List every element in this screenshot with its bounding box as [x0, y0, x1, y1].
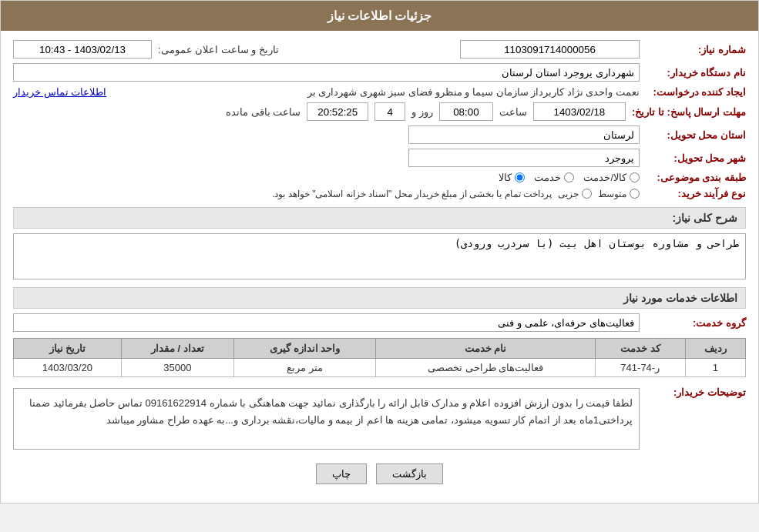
service-group-row: گروه خدمت: — [13, 313, 746, 332]
back-button[interactable]: بازگشت — [376, 463, 443, 484]
purchase-motavaset-option[interactable]: متوسط — [598, 189, 640, 199]
creator-label: ایجاد کننده درخواست: — [646, 86, 746, 98]
category-label: طبقه بندی موضوعی: — [646, 172, 746, 183]
table-header-row: ردیف کد خدمت نام خدمت واحد اندازه گیری ت… — [14, 339, 746, 359]
need-desc-textarea[interactable]: طراحی و مشاوره بوستان اهل بیت (با سردرب … — [13, 233, 746, 279]
deadline-row: مهلت ارسال پاسخ: تا تاریخ: ساعت روز و سا… — [13, 102, 746, 121]
cell-unit: متر مربع — [233, 359, 375, 377]
col-service-code: کد خدمت — [595, 339, 685, 359]
buyer-org-label: نام دستگاه خریدار: — [646, 67, 746, 79]
category-kala-only-radio[interactable] — [515, 172, 525, 182]
category-kala-only-label: کالا — [499, 172, 512, 183]
city-row: شهر محل تحویل: — [13, 149, 746, 167]
deadline-remain-input[interactable] — [307, 102, 368, 121]
province-input[interactable] — [408, 125, 640, 144]
category-kala-only-option[interactable]: کالا — [499, 172, 525, 183]
buyer-notes-box: لطفا قیمت را بدون ارزش افزوده اعلام و مد… — [13, 388, 640, 450]
creator-row: ایجاد کننده درخواست: نعمت واحدی نژاد کار… — [13, 86, 746, 98]
announce-date-label: تاریخ و ساعت اعلان عمومی: — [158, 44, 279, 55]
page-title: جزئیات اطلاعات نیاز — [327, 9, 432, 22]
col-unit: واحد اندازه گیری — [233, 339, 375, 359]
main-content: شماره نیاز: تاریخ و ساعت اعلان عمومی: نا… — [1, 31, 758, 503]
buyer-org-row: نام دستگاه خریدار: — [13, 63, 746, 82]
action-buttons: بازگشت چاپ — [13, 463, 746, 484]
purchase-jozee-radio[interactable] — [582, 189, 592, 199]
need-number-label: شماره نیاز: — [646, 44, 746, 55]
category-row: طبقه بندی موضوعی: کالا/خدمت خدمت کالا — [13, 172, 746, 183]
services-table: ردیف کد خدمت نام خدمت واحد اندازه گیری ت… — [13, 338, 746, 377]
purchase-type-row: نوع فرآیند خرید: متوسط جزیی پرداخت تمام … — [13, 188, 746, 199]
purchase-jozee-label: جزیی — [558, 189, 579, 199]
cell-date: 1403/03/20 — [14, 359, 122, 377]
cell-row-num: 1 — [685, 359, 745, 377]
need-desc-section-label: شرح کلی نیاز: — [673, 212, 737, 224]
col-service-name: نام خدمت — [376, 339, 596, 359]
deadline-days-label: روز و — [411, 106, 433, 118]
cell-quantity: 35000 — [121, 359, 233, 377]
category-radio-group: کالا/خدمت خدمت کالا — [499, 172, 640, 183]
category-khedmat-option[interactable]: خدمت — [534, 172, 574, 183]
buyer-notes-label: توضیحات خریدار: — [646, 383, 746, 398]
province-row: استان محل تحویل: — [13, 125, 746, 144]
city-input[interactable] — [408, 149, 640, 167]
buyer-notes-text: لطفا قیمت را بدون ارزش افزوده اعلام و مد… — [29, 397, 633, 426]
creator-value: نعمت واحدی نژاد کاربرداز سازمان سیما و م… — [113, 86, 640, 98]
deadline-label: مهلت ارسال پاسخ: تا تاریخ: — [632, 106, 746, 118]
deadline-days-input[interactable] — [374, 102, 405, 121]
cell-service-code: ر-74-741 — [595, 359, 685, 377]
purchase-type-group: متوسط جزیی پرداخت تمام یا بخشی از مبلغ خ… — [272, 189, 640, 199]
purchase-motavaset-radio[interactable] — [630, 189, 640, 199]
category-kala-radio[interactable] — [630, 172, 640, 182]
page-header: جزئیات اطلاعات نیاز — [1, 1, 758, 31]
table-row: 1 ر-74-741 فعالیت‌های طراحی تخصصی متر مر… — [14, 359, 746, 377]
category-khedmat-radio[interactable] — [564, 172, 574, 182]
purchase-type-label: نوع فرآیند خرید: — [646, 188, 746, 199]
purchase-jozee-option[interactable]: جزیی — [558, 189, 592, 199]
purchase-note: پرداخت تمام یا بخشی از مبلغ خریدار محل "… — [272, 189, 552, 199]
purchase-motavaset-label: متوسط — [598, 189, 626, 199]
print-button[interactable]: چاپ — [316, 463, 367, 484]
deadline-time-input[interactable] — [439, 102, 493, 121]
announce-date-input[interactable] — [13, 40, 152, 59]
category-kala-label: کالا/خدمت — [583, 172, 626, 183]
col-quantity: تعداد / مقدار — [121, 339, 233, 359]
service-group-input[interactable] — [13, 313, 640, 332]
need-number-input[interactable] — [460, 40, 640, 59]
service-group-label: گروه خدمت: — [646, 317, 746, 329]
col-row-num: ردیف — [685, 339, 745, 359]
cell-service-name: فعالیت‌های طراحی تخصصی — [376, 359, 596, 377]
col-date: تاریخ نیاز — [14, 339, 122, 359]
need-desc-row: طراحی و مشاوره بوستان اهل بیت (با سردرب … — [13, 233, 746, 279]
deadline-remain-label: ساعت باقی مانده — [226, 106, 301, 118]
city-label: شهر محل تحویل: — [646, 152, 746, 164]
buyer-org-input[interactable] — [13, 63, 640, 82]
deadline-time-label: ساعت — [499, 106, 527, 118]
creator-link[interactable]: اطلاعات تماس خریدار — [13, 86, 106, 98]
need-desc-section: شرح کلی نیاز: — [13, 207, 746, 229]
services-section-label: اطلاعات خدمات مورد نیاز — [623, 292, 737, 304]
province-label: استان محل تحویل: — [646, 129, 746, 141]
buyer-notes-row: توضیحات خریدار: لطفا قیمت را بدون ارزش ا… — [13, 383, 746, 454]
need-number-row: شماره نیاز: تاریخ و ساعت اعلان عمومی: — [13, 40, 746, 59]
category-khedmat-label: خدمت — [534, 172, 561, 183]
deadline-date-input[interactable] — [533, 102, 626, 121]
category-kala-option[interactable]: کالا/خدمت — [583, 172, 640, 183]
page-container: جزئیات اطلاعات نیاز شماره نیاز: تاریخ و … — [0, 0, 759, 504]
services-section: اطلاعات خدمات مورد نیاز — [13, 287, 746, 309]
